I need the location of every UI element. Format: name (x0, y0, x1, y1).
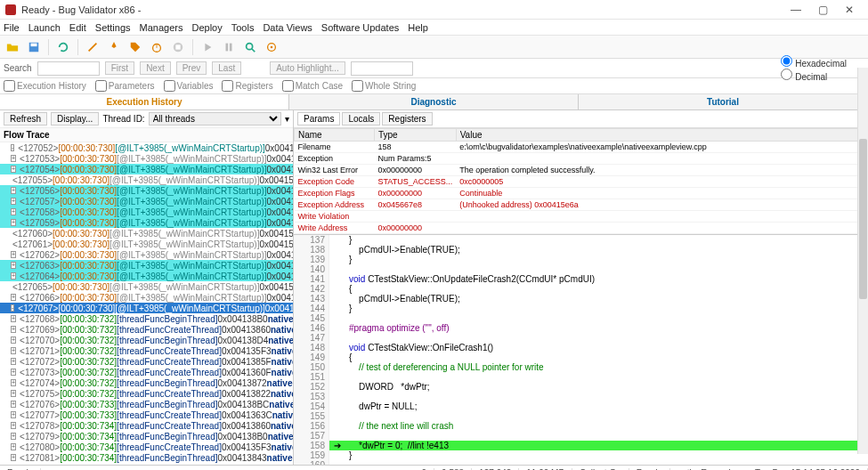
code-line[interactable]: 137} (294, 235, 868, 245)
code-line[interactable]: 145 (294, 313, 868, 323)
flow-row[interactable]: +<127068> [00:00:30:732] [threadFuncBegi… (0, 313, 293, 324)
menu-deploy[interactable]: Deploy (191, 22, 222, 33)
play-icon[interactable] (199, 38, 216, 56)
flow-row[interactable]: +<127073> [00:00:30:732] [threadFuncCrea… (0, 367, 293, 377)
flow-row[interactable]: +<127053> [00:00:30:730] [@ILT+3985(_wWi… (0, 153, 293, 164)
zoom-icon[interactable] (241, 38, 259, 56)
expand-icon[interactable]: + (11, 315, 16, 322)
menu-data-views[interactable]: Data Views (263, 22, 312, 33)
code-line[interactable]: 157 (294, 431, 868, 441)
expand-icon[interactable]: + (11, 326, 16, 333)
filter-parameters[interactable]: Parameters (95, 80, 155, 92)
expand-icon[interactable]: + (11, 272, 16, 280)
flow-row[interactable]: +<127059> [00:00:30:730] [@ILT+3985(_wWi… (0, 217, 293, 228)
code-line[interactable]: 147 (294, 333, 868, 343)
tag-icon[interactable] (126, 38, 144, 56)
flow-row[interactable]: <127065> [00:00:30:730] [@ILT+3985(_wWin… (0, 281, 293, 292)
rocket-icon[interactable] (105, 38, 123, 56)
highlight-input[interactable] (351, 61, 413, 76)
code-line[interactable]: 146#pragma optimize ("", off) (294, 323, 868, 333)
expand-icon[interactable]: + (11, 251, 16, 258)
expand-icon[interactable]: + (11, 369, 16, 376)
scrollbar-thumb[interactable] (859, 139, 867, 299)
flow-row[interactable]: +<127071> [00:00:30:732] [threadFuncCrea… (0, 345, 293, 356)
code-line[interactable]: 140 (294, 264, 868, 274)
code-line[interactable]: 152 DWORD *dwPtr; (294, 382, 868, 392)
code-line[interactable]: 151 (294, 372, 868, 382)
expand-icon[interactable]: + (11, 294, 16, 301)
open-icon[interactable] (4, 38, 21, 56)
flow-row[interactable]: +<127077> [00:00:30:733] [threadFuncCrea… (0, 409, 293, 420)
pause-icon[interactable] (220, 38, 238, 56)
flow-row[interactable]: +<127069> [00:00:30:732] [threadFuncCrea… (0, 324, 293, 335)
flow-row[interactable]: +<127070> [00:00:30:732] [threadFuncBegi… (0, 335, 293, 345)
filter-execution-history[interactable]: Execution History (4, 80, 86, 92)
tab-tutorial[interactable]: Tutorial (579, 94, 868, 109)
menu-launch[interactable]: Launch (28, 22, 61, 33)
col-value[interactable]: Value (456, 129, 867, 142)
code-line[interactable]: 144} (294, 304, 868, 313)
expand-icon[interactable]: + (11, 262, 16, 269)
expand-icon[interactable]: + (11, 443, 16, 450)
thread-select[interactable]: All threads (149, 112, 281, 126)
filter-registers[interactable]: Registers (222, 80, 272, 92)
refresh-button[interactable]: Refresh (4, 112, 47, 126)
code-line[interactable]: 156 // the next line will crash (294, 421, 868, 431)
save-icon[interactable] (25, 38, 43, 56)
flow-row[interactable]: +<127056> [00:00:30:730] [@ILT+3985(_wWi… (0, 185, 293, 196)
auto-highlight-button[interactable]: Auto Highlight... (270, 61, 345, 75)
col-name[interactable]: Name (295, 129, 375, 142)
code-line[interactable]: 142{ (294, 284, 868, 294)
search-input[interactable] (37, 61, 100, 76)
expand-icon[interactable]: + (11, 358, 16, 365)
code-line[interactable]: 154 dwPtr = NULL; (294, 401, 868, 411)
flow-row[interactable]: +<127082> [00:00:30:734] [threadFuncCrea… (0, 463, 293, 465)
flow-row[interactable]: +<127080> [00:00:30:734] [threadFuncCrea… (0, 442, 293, 452)
expand-icon[interactable]: + (11, 155, 16, 162)
flow-row[interactable]: -<127052> [00:00:30:730] [@ILT+3985(_wWi… (0, 142, 293, 153)
flow-row[interactable]: +<127063> [00:00:30:730] [@ILT+3985(_wWi… (0, 260, 293, 271)
flow-row[interactable]: +<127076> [00:00:30:733] [threadFuncBegi… (0, 399, 293, 409)
flow-row[interactable]: +<127064> [00:00:30:730] [@ILT+3985(_wWi… (0, 271, 293, 281)
flow-row[interactable]: +<127074> [00:00:30:732] [threadFuncBegi… (0, 377, 293, 388)
scrollbar-vertical[interactable] (857, 68, 868, 454)
minimize-button[interactable]: — (783, 4, 809, 16)
tab-diagnostic[interactable]: Diagnostic (289, 94, 579, 109)
flow-row[interactable]: +<127058> [00:00:30:730] [@ILT+3985(_wWi… (0, 207, 293, 217)
close-button[interactable]: ✕ (836, 4, 863, 16)
flow-row[interactable]: +<127075> [00:00:30:732] [threadFuncCrea… (0, 388, 293, 399)
tab-execution-history[interactable]: Execution History (0, 94, 289, 109)
filter-variables[interactable]: Variables (164, 80, 214, 92)
rtab-locals[interactable]: Locals (342, 112, 380, 126)
code-line[interactable]: 139} (294, 255, 868, 264)
code-line[interactable]: 159} (294, 450, 868, 460)
code-line[interactable]: 143 pCmdUI->Enable(TRUE); (294, 294, 868, 304)
menu-help[interactable]: Help (408, 22, 428, 33)
flow-row[interactable]: +<127054> [00:00:30:730] [@ILT+3985(_wWi… (0, 164, 293, 174)
expand-icon[interactable]: + (11, 390, 16, 397)
expand-icon[interactable]: + (11, 347, 16, 354)
expand-icon[interactable]: + (11, 208, 16, 215)
code-line[interactable]: 150 // test of dereferencing a NULL poin… (294, 362, 868, 372)
flow-row[interactable]: <127055> [00:00:30:730] [@ILT+3985(_wWin… (0, 174, 293, 185)
wand-icon[interactable] (84, 38, 101, 56)
first-button[interactable]: First (105, 61, 134, 75)
code-line[interactable]: 138 pCmdUI->Enable(TRUE); (294, 245, 868, 255)
flow-trace-list[interactable]: -<127052> [00:00:30:730] [@ILT+3985(_wWi… (0, 142, 293, 465)
display-button[interactable]: Display... (51, 112, 99, 126)
expand-icon[interactable]: + (11, 422, 16, 429)
next-button[interactable]: Next (140, 61, 171, 75)
expand-icon[interactable]: - (11, 304, 14, 312)
code-line[interactable]: 160 (294, 460, 868, 465)
refresh-icon[interactable] (54, 38, 72, 56)
flow-row[interactable]: +<127062> [00:00:30:730] [@ILT+3985(_wWi… (0, 249, 293, 260)
stop-icon[interactable] (169, 38, 187, 56)
code-line[interactable]: 141void CTestStakView::OnUpdateFileCrash… (294, 274, 868, 284)
flow-row[interactable]: +<127078> [00:00:30:734] [threadFuncCrea… (0, 420, 293, 431)
filter-match-case[interactable]: Match Case (282, 80, 343, 92)
code-line[interactable]: 153 (294, 392, 868, 401)
expand-icon[interactable]: + (11, 454, 16, 461)
flow-row[interactable]: <127061> [00:00:30:730] [@ILT+3985(_wWin… (0, 239, 293, 249)
flow-row[interactable]: +<127081> [00:00:30:734] [threadFuncBegi… (0, 452, 293, 463)
radix-dec[interactable]: Decimal (781, 69, 847, 82)
